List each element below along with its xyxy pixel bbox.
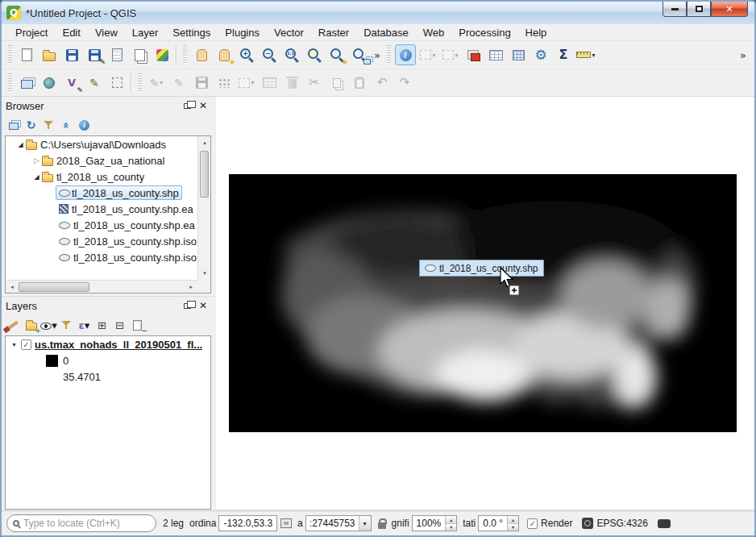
locate-input[interactable] xyxy=(23,518,136,529)
paste-features-button[interactable] xyxy=(349,73,370,94)
menu-plugins[interactable]: Plugins xyxy=(218,25,267,40)
open-project-button[interactable] xyxy=(39,44,60,65)
filter-legend-button[interactable] xyxy=(58,317,75,333)
tree-item-shp-aux[interactable]: tl_2018_us_county.shp.iso xyxy=(6,249,210,265)
menu-project[interactable]: Project xyxy=(8,25,55,40)
filter-browser-button[interactable] xyxy=(40,117,57,133)
scale-combobox[interactable]: :27445753 ▾ xyxy=(305,515,372,531)
float-panel-button[interactable] xyxy=(180,299,194,312)
select-features-button[interactable]: ▾ xyxy=(417,44,438,65)
statistical-summary-button[interactable]: Σ xyxy=(553,44,574,65)
open-data-source-manager-button[interactable] xyxy=(16,73,37,94)
menu-raster[interactable]: Raster xyxy=(311,25,356,40)
tree-item-shp-aux[interactable]: tl_2018_us_county.shp.iso xyxy=(6,233,210,249)
browser-panel-header[interactable]: Browser ✕ xyxy=(2,97,214,114)
zoom-to-selection-button[interactable]: ★ xyxy=(326,44,347,65)
expanded-arrow-icon[interactable]: ◢ xyxy=(15,141,26,148)
scrollbar-thumb[interactable] xyxy=(19,282,89,292)
zoom-native-button[interactable]: 1:1 xyxy=(281,44,302,65)
zoom-to-layer-button[interactable] xyxy=(349,44,370,65)
scroll-up-icon[interactable]: ▴ xyxy=(198,136,211,149)
close-panel-button[interactable]: ✕ xyxy=(196,99,210,112)
modify-attributes-button[interactable] xyxy=(259,73,280,94)
close-panel-button[interactable]: ✕ xyxy=(196,299,210,312)
layer-visibility-checkbox[interactable]: ✓ xyxy=(21,339,31,350)
map-canvas[interactable]: tl_2018_us_county.shp xyxy=(216,97,754,509)
deselect-features-button[interactable]: ▾ xyxy=(440,44,461,65)
render-checkbox[interactable]: ✓ xyxy=(527,518,538,529)
spin-down-icon[interactable]: ▾ xyxy=(508,524,518,531)
collapse-all-button[interactable]: « xyxy=(58,117,75,133)
tree-item-shp-selected[interactable]: tl_2018_us_county.shp xyxy=(6,185,210,201)
pan-to-selection-button[interactable]: ★ xyxy=(214,44,235,65)
menu-vector[interactable]: Vector xyxy=(267,25,311,40)
save-project-as-button[interactable]: ✎ xyxy=(84,44,105,65)
toggle-editing-button[interactable]: ✎ xyxy=(168,73,189,94)
deselect-all-layers-button[interactable] xyxy=(463,44,484,65)
add-group-button[interactable]: + xyxy=(23,317,39,333)
remove-layer-button[interactable]: − xyxy=(129,317,146,333)
field-calculator-button[interactable] xyxy=(508,44,529,65)
expanded-arrow-icon[interactable]: ▾ xyxy=(9,341,19,348)
spin-down-icon[interactable]: ▾ xyxy=(446,524,456,531)
locate-search-box[interactable] xyxy=(6,514,156,532)
menu-processing[interactable]: Processing xyxy=(451,25,517,40)
collapse-all-button[interactable]: ⊟ xyxy=(111,317,128,333)
expanded-arrow-icon[interactable]: ◢ xyxy=(31,173,42,181)
refresh-button[interactable]: ↻ xyxy=(23,117,39,133)
open-attribute-table-button[interactable] xyxy=(485,44,506,65)
manage-map-themes-button[interactable]: ▾ xyxy=(40,317,57,333)
add-vector-layer-button[interactable] xyxy=(39,73,60,94)
filter-by-expression-button[interactable]: ε▾ xyxy=(76,317,93,333)
style-manager-button[interactable] xyxy=(152,44,172,65)
title-bar[interactable]: Q *Untitled Project - QGIS ✕ xyxy=(2,2,754,24)
zoom-in-button[interactable]: + xyxy=(236,44,257,65)
toolbar-grip[interactable] xyxy=(138,73,142,93)
tree-item-shp-aux[interactable]: tl_2018_us_county.shp.ea xyxy=(6,201,210,217)
toolbar-grip[interactable] xyxy=(8,73,12,93)
tree-item-shp-aux[interactable]: tl_2018_us_county.shp.ea xyxy=(6,217,210,233)
magnifier-spinbox[interactable]: 100% ▴ ▾ xyxy=(412,515,458,531)
toolbar-grip[interactable] xyxy=(387,45,391,65)
cut-features-button[interactable]: ✂ xyxy=(304,73,325,94)
menu-layer[interactable]: Layer xyxy=(125,25,166,40)
tree-item-county-folder[interactable]: ◢ tl_2018_us_county xyxy=(6,169,210,185)
zoom-out-button[interactable]: − xyxy=(259,44,280,65)
collapsed-arrow-icon[interactable]: ▷ xyxy=(31,156,42,164)
menu-help[interactable]: Help xyxy=(518,25,555,40)
delete-selected-button[interactable] xyxy=(281,73,302,94)
crs-icon[interactable] xyxy=(582,518,593,529)
menu-view[interactable]: View xyxy=(88,25,125,40)
toolbar-grip[interactable] xyxy=(8,45,12,65)
scroll-down-icon[interactable]: ▾ xyxy=(198,267,211,280)
zoom-full-button[interactable] xyxy=(304,44,325,65)
open-layer-styling-button[interactable] xyxy=(5,317,22,333)
toolbar-overflow-button-2[interactable]: » xyxy=(737,44,750,65)
undo-button[interactable]: ↶ xyxy=(372,73,393,94)
coordinate-box[interactable]: -132.0,53.3 xyxy=(218,515,277,531)
horizontal-scrollbar[interactable]: ◂ ▸ xyxy=(6,280,197,293)
minimize-button[interactable] xyxy=(663,2,687,17)
vertical-scrollbar[interactable]: ▴ ▾ xyxy=(197,136,210,280)
copy-features-button[interactable] xyxy=(326,73,347,94)
processing-toolbox-button[interactable]: ⚙ xyxy=(530,44,551,65)
scrollbar-thumb[interactable] xyxy=(200,151,209,198)
menu-edit[interactable]: Edit xyxy=(55,25,87,40)
menu-database[interactable]: Database xyxy=(356,25,416,40)
layers-panel-header[interactable]: Layers ✕ xyxy=(2,297,214,314)
expand-all-button[interactable]: ⊞ xyxy=(93,317,110,333)
current-edits-button[interactable]: ✎▾ xyxy=(146,73,167,94)
spin-up-icon[interactable]: ▴ xyxy=(508,516,518,524)
menu-settings[interactable]: Settings xyxy=(165,25,218,40)
new-shapefile-layer-button[interactable]: V✎ xyxy=(61,73,82,94)
maximize-button[interactable] xyxy=(687,2,711,17)
lock-scale-icon[interactable] xyxy=(378,522,386,529)
add-selected-layers-button[interactable] xyxy=(5,117,22,133)
render-toggle[interactable]: ✓ Render xyxy=(527,518,572,529)
measure-line-button[interactable]: ▾ xyxy=(575,44,596,65)
scale-dropdown-icon[interactable]: ▾ xyxy=(359,516,371,531)
pan-map-button[interactable] xyxy=(191,44,212,65)
scroll-left-icon[interactable]: ◂ xyxy=(6,281,19,293)
messages-bubble-icon[interactable] xyxy=(658,519,671,528)
close-button[interactable]: ✕ xyxy=(711,2,748,17)
